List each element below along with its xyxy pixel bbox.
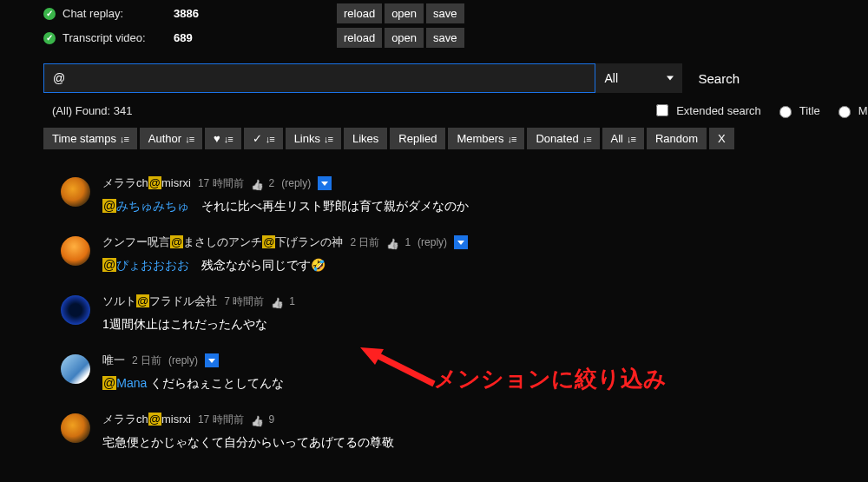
- comment-author[interactable]: ソルト@フラドル会社: [102, 294, 217, 309]
- extended-search-input[interactable]: [656, 104, 668, 116]
- comment-item: メララch@misrxi 17 時間前 9 宅急便とかじゃなくて自分からいってあ…: [61, 412, 868, 452]
- like-icon[interactable]: [251, 178, 262, 189]
- check-icon: [43, 8, 56, 20]
- like-icon[interactable]: [251, 414, 262, 426]
- dropdown-icon[interactable]: [318, 176, 332, 190]
- reply-link[interactable]: (reply): [418, 236, 447, 248]
- comment-text: 1週間休止はこれだったんやな: [102, 315, 868, 333]
- comment-author[interactable]: メララch@misrxi: [102, 412, 191, 427]
- transcript-value: 689: [174, 31, 226, 44]
- filter-all[interactable]: All ↓≡: [602, 128, 644, 149]
- main-radio[interactable]: Main: [834, 103, 868, 118]
- search-filter-select[interactable]: All: [595, 64, 682, 92]
- avatar[interactable]: [61, 413, 90, 443]
- like-count: 1: [404, 236, 411, 248]
- filter-timestamps[interactable]: Time stamps ↓≡: [43, 128, 137, 149]
- sort-icon: ↓≡: [120, 134, 128, 144]
- search-input[interactable]: [43, 63, 595, 93]
- avatar[interactable]: [61, 295, 90, 325]
- comment-time: 17 時間前: [198, 413, 244, 427]
- comment-time: 2 日前: [132, 353, 161, 368]
- like-icon[interactable]: [386, 237, 398, 248]
- reply-link[interactable]: (reply): [281, 177, 311, 189]
- filter-check[interactable]: ✓ ↓≡: [244, 128, 283, 149]
- sort-icon: ↓≡: [224, 134, 233, 144]
- save-button-2[interactable]: save: [426, 28, 464, 48]
- sort-icon: ↓≡: [627, 134, 635, 144]
- sort-icon: ↓≡: [185, 134, 194, 144]
- chat-replay-label: Chat replay:: [62, 7, 167, 20]
- mention-link[interactable]: @みちゅみちゅ: [102, 199, 189, 213]
- filter-random[interactable]: Random: [647, 128, 707, 149]
- heart-icon: ♥: [214, 132, 220, 145]
- comment-author[interactable]: 唯一: [102, 353, 125, 368]
- filter-likes[interactable]: Likes: [344, 128, 387, 149]
- comment-item: メララch@misrxi 17 時間前 2 (reply) @みちゅみちゅ それ…: [61, 175, 868, 215]
- reply-link[interactable]: (reply): [168, 354, 198, 366]
- comment-text: 宅急便とかじゃなくて自分からいってあげてるの尊敬: [102, 433, 868, 452]
- filter-donated[interactable]: Donated ↓≡: [527, 128, 599, 149]
- comment-author[interactable]: クンフー呪言@まさしのアンチ@下げランの神: [102, 234, 343, 250]
- found-count: (All) Found: 341: [52, 104, 133, 117]
- comment-item: ソルト@フラドル会社 7 時間前 1 1週間休止はこれだったんやな: [61, 294, 868, 333]
- filter-row: Time stamps ↓≡ Author ↓≡ ♥ ↓≡ ✓ ↓≡ Links…: [43, 128, 868, 149]
- avatar[interactable]: [61, 236, 90, 266]
- mention-link[interactable]: @Mana: [102, 376, 147, 390]
- avatar[interactable]: [61, 177, 90, 207]
- like-count: 9: [269, 413, 275, 426]
- comment-time: 7 時間前: [224, 294, 264, 309]
- filter-author[interactable]: Author ↓≡: [140, 128, 202, 149]
- comment-list: メララch@misrxi 17 時間前 2 (reply) @みちゅみちゅ それ…: [61, 175, 868, 452]
- comment-text: @Mana くだらねぇことしてんな: [102, 374, 868, 393]
- save-button[interactable]: save: [426, 3, 464, 23]
- avatar[interactable]: [61, 354, 90, 384]
- like-count: 1: [289, 295, 295, 307]
- check-icon: [43, 32, 56, 44]
- mention-link[interactable]: @ぴょおおおお: [102, 258, 189, 272]
- comment-item: 唯一 2 日前 (reply) @Mana くだらねぇことしてんな: [61, 353, 868, 393]
- filter-links[interactable]: Links ↓≡: [286, 128, 341, 149]
- sort-icon: ↓≡: [266, 134, 274, 144]
- sort-icon: ↓≡: [508, 134, 516, 144]
- title-radio[interactable]: Title: [775, 103, 820, 118]
- filter-close[interactable]: X: [709, 128, 734, 149]
- sort-icon: ↓≡: [582, 134, 591, 144]
- comment-item: クンフー呪言@まさしのアンチ@下げランの神 2 日前 1 (reply) @ぴょ…: [61, 234, 868, 274]
- like-count: 2: [269, 177, 275, 189]
- extended-search-checkbox[interactable]: Extended search: [653, 102, 761, 119]
- comment-text: @みちゅみちゅ それに比べ再生リスト野郎は育て親がダメなのか: [102, 197, 868, 215]
- comment-time: 17 時間前: [198, 176, 244, 191]
- open-button[interactable]: open: [385, 3, 424, 23]
- comment-author[interactable]: メララch@misrxi: [102, 175, 191, 191]
- like-icon[interactable]: [271, 296, 282, 307]
- comment-text: @ぴょおおおお 残念ながら同じです🤣: [102, 256, 868, 274]
- open-button-2[interactable]: open: [385, 28, 424, 48]
- check-icon: ✓: [253, 132, 262, 145]
- reload-button[interactable]: reload: [337, 3, 382, 23]
- comment-time: 2 日前: [350, 235, 379, 250]
- filter-heart[interactable]: ♥ ↓≡: [205, 128, 241, 149]
- filter-replied[interactable]: Replied: [390, 128, 445, 149]
- reload-button-2[interactable]: reload: [337, 28, 382, 48]
- sort-icon: ↓≡: [324, 134, 332, 144]
- chat-replay-value: 3886: [174, 7, 226, 20]
- filter-members[interactable]: Members ↓≡: [448, 128, 524, 149]
- transcript-label: Transcript video:: [62, 31, 167, 44]
- search-bar: All Search: [43, 63, 755, 93]
- dropdown-icon[interactable]: [454, 235, 468, 249]
- search-button[interactable]: Search: [682, 63, 755, 93]
- dropdown-icon[interactable]: [205, 353, 219, 367]
